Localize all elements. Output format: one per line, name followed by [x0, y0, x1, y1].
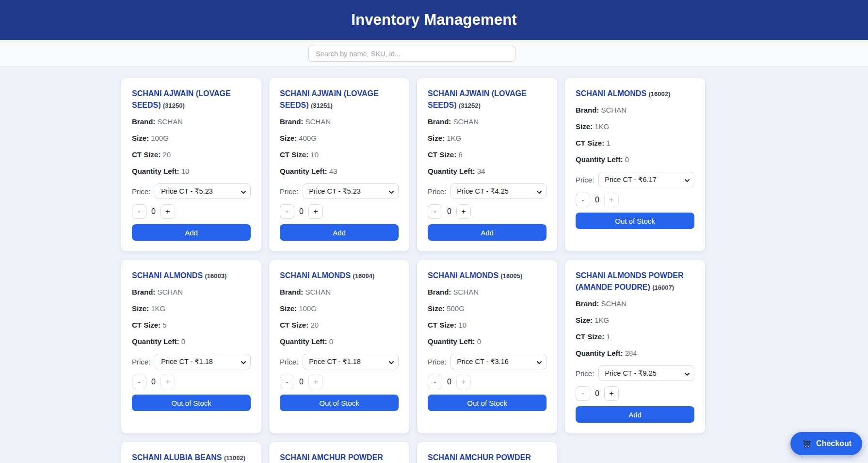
price-select[interactable]: Price CT - ₹1.18	[155, 354, 251, 369]
ct-size-value: 1	[606, 332, 610, 341]
brand-value: SCHAN	[305, 117, 331, 126]
brand-label: Brand:	[428, 117, 451, 126]
action-button[interactable]: Out of Stock	[428, 395, 547, 411]
product-id: (16005)	[501, 272, 523, 280]
price-row: Price: Price CT - ₹5.23	[280, 183, 399, 199]
decrement-button[interactable]: -	[428, 375, 442, 389]
price-select[interactable]: Price CT - ₹9.25	[598, 365, 694, 381]
decrement-button[interactable]: -	[428, 204, 442, 219]
action-button[interactable]: Out of Stock	[132, 395, 251, 411]
action-button[interactable]: Out of Stock	[280, 395, 399, 411]
action-button[interactable]: Out of Stock	[576, 213, 694, 229]
quantity-left-value: 284	[625, 349, 637, 357]
size-value: 100G	[151, 134, 169, 142]
page-title: Inventory Management	[351, 11, 517, 29]
brand-row: Brand: SCHAN	[428, 287, 547, 297]
size-row: Size: 100G	[132, 133, 251, 143]
price-select-wrap: Price CT - ₹5.23	[155, 183, 251, 199]
price-label: Price:	[576, 369, 594, 378]
brand-label: Brand:	[132, 117, 155, 126]
checkout-button[interactable]: Checkout	[790, 432, 862, 455]
product-title: SCHANI AJWAIN (LOVAGE SEEDS) (31252)	[428, 88, 547, 112]
brand-row: Brand: SCHAN	[132, 287, 251, 297]
product-title: SCHANI ALMONDS (16005)	[428, 270, 547, 282]
action-button[interactable]: Add	[280, 224, 399, 241]
increment-button[interactable]: +	[308, 204, 323, 219]
size-label: Size:	[576, 316, 593, 324]
quantity-left-row: Quantity Left: 0	[576, 154, 694, 165]
price-select[interactable]: Price CT - ₹4.25	[450, 183, 547, 199]
ct-size-row: CT Size: 1	[576, 331, 694, 342]
quantity-value: 0	[595, 389, 599, 398]
price-select-wrap: Price CT - ₹5.23	[303, 183, 399, 199]
price-row: Price: Price CT - ₹1.18	[132, 354, 251, 369]
brand-row: Brand: SCHAN	[576, 298, 694, 309]
decrement-button[interactable]: -	[132, 204, 146, 219]
ct-size-label: CT Size:	[132, 321, 161, 329]
brand-label: Brand:	[428, 288, 451, 296]
ct-size-label: CT Size:	[576, 139, 604, 147]
product-name: SCHANI ALUBIA BEANS	[132, 453, 222, 462]
price-select-wrap: Price CT - ₹1.18	[303, 354, 399, 369]
product-id: (11002)	[224, 454, 245, 462]
decrement-button[interactable]: -	[576, 386, 590, 401]
size-value: 1KG	[151, 304, 165, 313]
decrement-button[interactable]: -	[280, 375, 294, 389]
decrement-button[interactable]: -	[132, 375, 146, 389]
increment-button: +	[456, 375, 471, 389]
search-input[interactable]	[308, 46, 515, 62]
product-id: (16002)	[649, 90, 671, 98]
ct-size-row: CT Size: 5	[132, 320, 251, 330]
action-button[interactable]: Add	[132, 224, 251, 241]
product-card: SCHANI ALMONDS (16002) Brand: SCHAN Size…	[565, 78, 705, 251]
price-select[interactable]: Price CT - ₹6.17	[598, 172, 694, 187]
size-value: 100G	[299, 304, 317, 313]
search-section	[0, 40, 868, 67]
brand-value: SCHAN	[453, 117, 479, 126]
product-card: SCHANI ALUBIA BEANS (11002) Brand: SCHAN…	[121, 442, 261, 463]
quantity-left-value: 34	[477, 167, 485, 175]
increment-button[interactable]: +	[161, 204, 175, 219]
product-name: SCHANI ALMONDS	[576, 89, 646, 98]
price-label: Price:	[280, 187, 298, 196]
product-name: SCHANI ALMONDS	[428, 271, 498, 280]
decrement-button[interactable]: -	[576, 193, 590, 207]
decrement-button[interactable]: -	[280, 204, 294, 219]
price-row: Price: Price CT - ₹1.18	[280, 354, 399, 369]
ct-size-row: CT Size: 10	[280, 149, 399, 160]
product-title: SCHANI ALMONDS POWDER (AMANDE POUDRE) (1…	[576, 270, 694, 294]
price-select[interactable]: Price CT - ₹5.23	[303, 183, 399, 199]
price-label: Price:	[576, 176, 594, 184]
increment-button[interactable]: +	[604, 386, 619, 401]
ct-size-label: CT Size:	[280, 150, 308, 159]
price-select[interactable]: Price CT - ₹1.18	[303, 354, 399, 369]
price-select[interactable]: Price CT - ₹3.16	[450, 354, 547, 369]
brand-value: SCHAN	[305, 288, 331, 296]
quantity-value: 0	[299, 207, 304, 216]
size-value: 400G	[299, 134, 317, 142]
product-id: (16003)	[205, 272, 227, 280]
quantity-stepper: - 0 +	[576, 193, 694, 207]
quantity-stepper: - 0 +	[576, 386, 694, 401]
ct-size-value: 5	[162, 321, 166, 329]
product-name: SCHANI ALMONDS	[132, 271, 203, 280]
brand-row: Brand: SCHAN	[280, 116, 399, 127]
size-row: Size: 1KG	[428, 133, 547, 143]
size-row: Size: 1KG	[576, 121, 694, 132]
quantity-value: 0	[595, 196, 599, 204]
price-select[interactable]: Price CT - ₹5.23	[155, 183, 251, 199]
quantity-left-label: Quantity Left:	[132, 167, 179, 175]
price-row: Price: Price CT - ₹5.23	[132, 183, 251, 199]
size-row: Size: 1KG	[132, 303, 251, 314]
quantity-left-row: Quantity Left: 0	[132, 336, 251, 347]
action-button[interactable]: Add	[576, 406, 694, 423]
product-title: SCHANI ALUBIA BEANS (11002)	[132, 452, 251, 463]
increment-button[interactable]: +	[456, 204, 471, 219]
action-button[interactable]: Add	[428, 224, 547, 241]
brand-value: SCHAN	[601, 299, 627, 308]
ct-size-value: 20	[162, 150, 171, 159]
size-value: 1KG	[595, 122, 609, 131]
product-title: SCHANI ALMONDS (16003)	[132, 270, 251, 282]
quantity-value: 0	[151, 207, 156, 216]
product-id: (16004)	[353, 272, 375, 280]
